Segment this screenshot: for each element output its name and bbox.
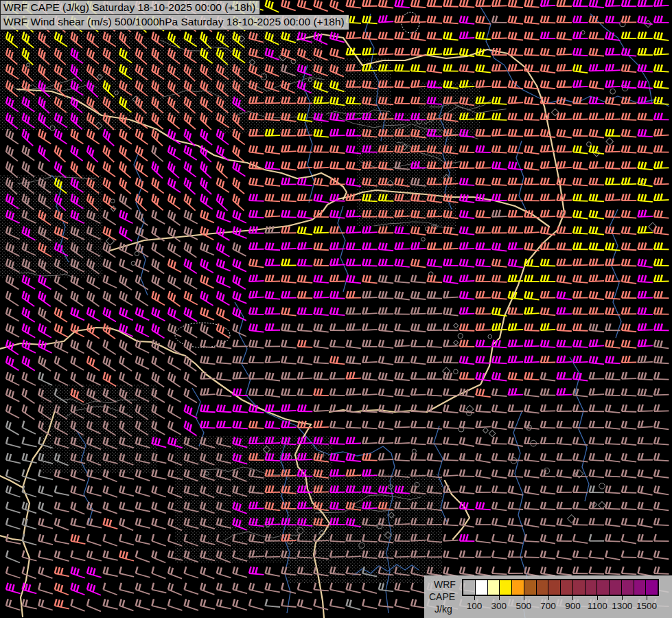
legend-tick	[524, 596, 524, 600]
legend-tick-label: 1300	[612, 601, 632, 611]
legend-swatch	[610, 580, 622, 595]
legend-swatch	[463, 580, 476, 595]
title-cape: WRF CAPE (J/kg) Saturday 18-10-2025 00:0…	[0, 0, 260, 16]
legend-parameter-label: CAPE	[429, 592, 455, 602]
legend-swatch	[476, 580, 488, 595]
legend-tick-label: 900	[565, 601, 581, 611]
legend-tick-label: 100	[467, 601, 483, 611]
wrf-weather-map: WRF CAPE (J/kg) Saturday 18-10-2025 00:0…	[0, 0, 672, 618]
legend-tick-label: 300	[491, 601, 507, 611]
legend-tick-label: 500	[515, 601, 531, 611]
legend-tick-label: 1500	[636, 601, 657, 611]
legend-swatch	[500, 580, 512, 595]
legend-units-label: J/kg	[435, 604, 452, 614]
legend-tick	[548, 596, 549, 600]
legend-swatch	[622, 580, 634, 595]
legend-tick	[597, 596, 598, 600]
legend-tick-label: 700	[540, 601, 556, 611]
legend-tick	[499, 596, 500, 600]
legend-swatch	[524, 580, 537, 595]
legend-color-scale	[462, 579, 659, 596]
legend-tick	[622, 596, 623, 600]
legend-swatch	[586, 580, 598, 595]
legend-swatch	[634, 580, 647, 595]
legend-tick	[474, 596, 475, 600]
legend-model-label: WRF	[434, 580, 456, 589]
legend-swatch	[512, 580, 524, 595]
legend-tick-label: 1100	[588, 601, 607, 611]
legend-swatch	[548, 580, 561, 595]
legend-swatch	[561, 580, 573, 595]
legend-swatch	[573, 580, 586, 595]
legend-swatch	[597, 580, 610, 595]
map-canvas	[0, 0, 672, 618]
legend-tick	[572, 596, 573, 600]
legend-swatch	[488, 580, 500, 595]
title-wind-shear: WRF Wind shear (m/s) 500/1000hPa Saturda…	[0, 14, 349, 30]
legend-tick	[647, 596, 647, 600]
cape-legend: WRF CAPE J/kg 10030050070090011001300150…	[424, 575, 672, 618]
legend-swatch	[646, 580, 658, 595]
legend-swatch	[537, 580, 549, 595]
